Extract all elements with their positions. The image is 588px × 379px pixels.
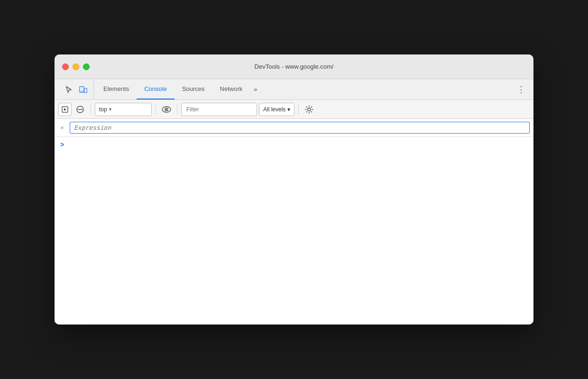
svg-rect-1 xyxy=(84,88,87,92)
log-levels-selector[interactable]: All levels ▾ xyxy=(259,103,294,116)
close-button[interactable] xyxy=(62,63,69,70)
tab-more[interactable]: » xyxy=(250,79,261,99)
live-expression-row: × xyxy=(55,119,533,137)
traffic-lights xyxy=(62,63,90,70)
console-prompt-row: > xyxy=(60,141,528,148)
settings-button[interactable] xyxy=(303,103,316,116)
window-title: DevTools - www.google.com/ xyxy=(255,63,334,70)
console-prompt-area: > xyxy=(55,137,533,325)
console-toolbar: top ▾ All levels ▾ xyxy=(55,100,533,119)
svg-point-9 xyxy=(166,108,167,110)
svg-marker-4 xyxy=(64,108,66,111)
prompt-chevron: > xyxy=(60,141,64,148)
title-bar: DevTools - www.google.com/ xyxy=(55,54,533,79)
toolbar-divider-2 xyxy=(156,105,156,114)
tab-console[interactable]: Console xyxy=(137,79,175,99)
main-tabs: Elements Console Sources Network » xyxy=(96,79,305,99)
tab-bar: Elements Console Sources Network » ⋮ xyxy=(55,79,533,100)
live-expression-input[interactable] xyxy=(70,122,530,134)
minimize-button[interactable] xyxy=(73,63,79,70)
toolbar-divider-4 xyxy=(298,105,299,114)
context-select-arrow: ▾ xyxy=(109,107,111,112)
execute-button[interactable] xyxy=(58,103,72,116)
svg-rect-0 xyxy=(80,86,84,92)
filter-input[interactable] xyxy=(181,103,257,116)
device-icon[interactable] xyxy=(76,83,90,96)
context-selector[interactable]: top ▾ xyxy=(95,103,152,116)
clear-button[interactable] xyxy=(74,103,87,116)
devtools-icons xyxy=(58,79,94,99)
tab-network[interactable]: Network xyxy=(212,79,250,99)
tab-elements[interactable]: Elements xyxy=(96,79,137,99)
toolbar-divider-1 xyxy=(91,105,91,114)
levels-arrow: ▾ xyxy=(287,106,290,113)
eye-button[interactable] xyxy=(160,103,173,116)
maximize-button[interactable] xyxy=(83,63,90,70)
live-expr-close-button[interactable]: × xyxy=(58,124,66,131)
tab-sources[interactable]: Sources xyxy=(175,79,212,99)
cursor-icon[interactable] xyxy=(62,83,75,96)
devtools-window: DevTools - www.google.com/ Elements xyxy=(55,54,533,325)
svg-point-10 xyxy=(308,108,311,111)
toolbar-divider-3 xyxy=(177,105,177,114)
devtools-menu-button[interactable]: ⋮ xyxy=(514,83,528,96)
console-input[interactable] xyxy=(67,141,528,148)
console-content: × > xyxy=(55,119,533,325)
